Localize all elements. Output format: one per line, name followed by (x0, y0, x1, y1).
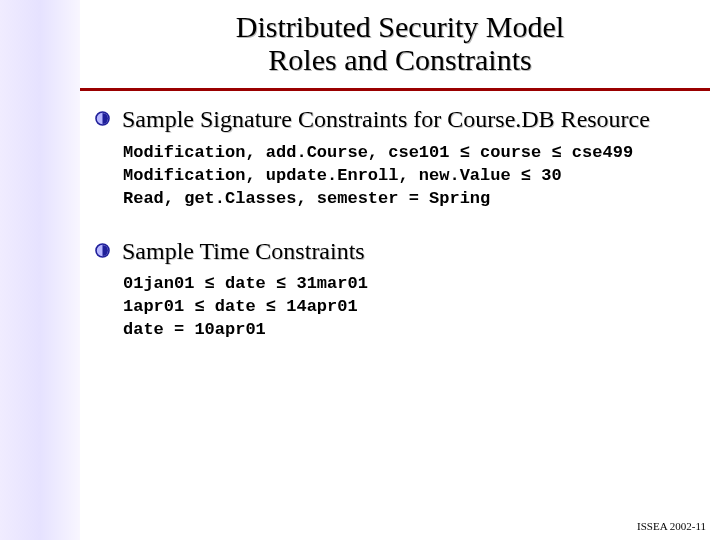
slide-title: Distributed Security Model Roles and Con… (120, 10, 680, 76)
slide-body: Sample Signature Constraints for Course.… (95, 105, 705, 368)
sidebar (0, 0, 80, 540)
slide: UCONN (0, 0, 720, 540)
title-line-1: Distributed Security Model (236, 10, 564, 43)
bullet-text: Sample Signature Constraints for Course.… (122, 105, 650, 134)
bullet-item: Sample Time Constraints (95, 237, 705, 266)
bullet-icon (95, 243, 110, 262)
slide-footer: ISSEA 2002-11 (637, 520, 706, 532)
code-block: 01jan01 ≤ date ≤ 31mar01 1apr01 ≤ date ≤… (123, 273, 705, 342)
bullet-item: Sample Signature Constraints for Course.… (95, 105, 705, 134)
title-line-2: Roles and Constraints (268, 43, 531, 76)
bullet-icon (95, 111, 110, 130)
code-block: Modification, add.Course, cse101 ≤ cours… (123, 142, 705, 211)
title-divider (80, 88, 710, 91)
bullet-text: Sample Time Constraints (122, 237, 365, 266)
